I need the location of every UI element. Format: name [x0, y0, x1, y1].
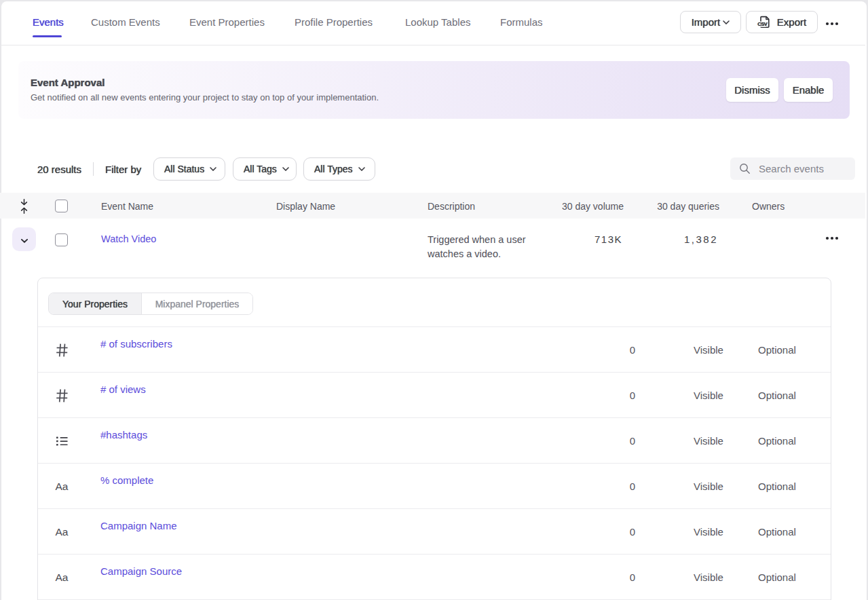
svg-text:CSV: CSV: [757, 21, 768, 27]
